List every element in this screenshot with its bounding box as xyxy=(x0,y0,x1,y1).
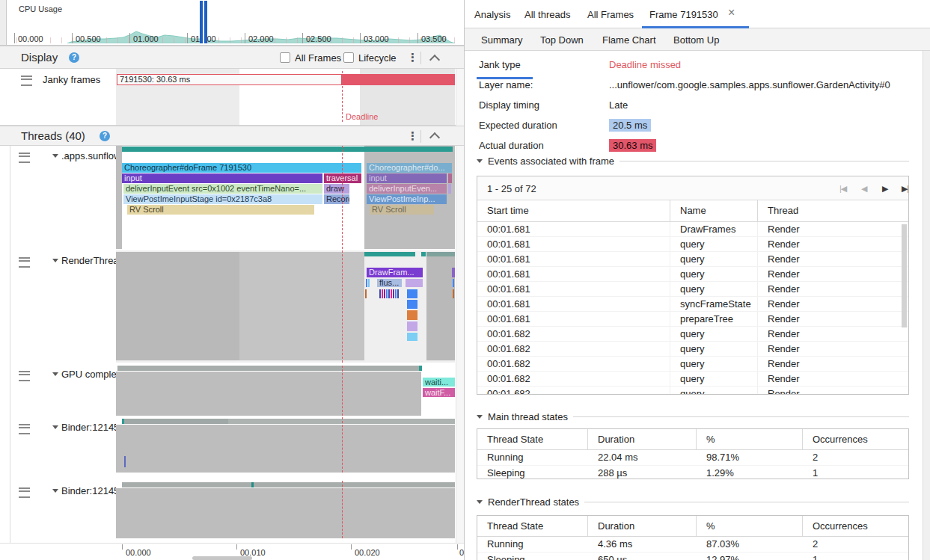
column-header-percent[interactable]: % xyxy=(697,429,803,449)
trace-event-bar[interactable]: draw xyxy=(324,184,349,194)
display-section-header[interactable]: Display ? All Frames Lifecycle ⋮ xyxy=(0,46,464,69)
horizontal-scrollbar[interactable] xyxy=(192,556,252,560)
lifecycle-checkbox-label[interactable]: Lifecycle xyxy=(358,52,397,64)
trace-event-bar[interactable] xyxy=(407,321,417,331)
trace-event-bar-dim[interactable]: ViewPostImeInp... xyxy=(367,194,447,204)
tab-all-frames[interactable]: All Frames xyxy=(587,9,634,20)
thread-expand-caret-icon[interactable] xyxy=(52,489,58,493)
trace-event-bar-dim[interactable]: input xyxy=(367,173,447,183)
table-row[interactable]: 00:01.682queryRender xyxy=(477,342,908,357)
trace-event-bar-dim[interactable]: deliverInputEven... xyxy=(367,184,447,194)
track-drag-handle-icon[interactable] xyxy=(19,257,30,268)
table-row[interactable]: 00:01.681syncFrameStateRender xyxy=(477,297,908,312)
column-header-thread[interactable]: Thread xyxy=(758,200,908,221)
trace-event-bar[interactable]: waiti... xyxy=(423,378,455,387)
table-row[interactable]: 00:01.681queryRender xyxy=(477,267,908,282)
column-header-thread-state[interactable]: Thread State xyxy=(477,429,588,449)
tab-bottom-up[interactable]: Bottom Up xyxy=(673,34,719,46)
last-page-icon[interactable]: ▶| xyxy=(902,184,908,194)
collapse-caret-icon[interactable] xyxy=(477,415,483,419)
thread-track-area[interactable]: DrawFram... flus... xyxy=(116,250,455,363)
tab-top-down[interactable]: Top Down xyxy=(540,34,584,46)
track-drag-handle-icon[interactable] xyxy=(19,487,30,498)
collapse-caret-icon[interactable] xyxy=(477,159,483,163)
table-row[interactable]: 00:01.682queryRender xyxy=(477,327,908,342)
vertical-scrollbar-track[interactable] xyxy=(456,146,464,543)
trace-event-bar[interactable]: traversal xyxy=(324,173,361,183)
renderthread-states-section-header[interactable]: RenderThread states xyxy=(477,496,909,508)
janky-frame-bar[interactable]: 7191530: 30.63 ms xyxy=(117,74,342,85)
track-drag-handle-icon[interactable] xyxy=(19,424,30,434)
events-section-header[interactable]: Events associated with frame xyxy=(477,156,909,167)
column-header-thread-state[interactable]: Thread State xyxy=(477,516,588,536)
first-page-icon[interactable]: |◀ xyxy=(839,184,846,194)
close-icon[interactable]: × xyxy=(728,6,735,19)
track-drag-handle-icon[interactable] xyxy=(19,371,30,381)
previous-page-icon[interactable]: ◀ xyxy=(861,184,866,194)
track-drag-handle-icon[interactable] xyxy=(19,153,30,163)
trace-event-bar[interactable] xyxy=(407,300,417,309)
events-table-scrollbar[interactable] xyxy=(902,224,907,327)
display-more-options-icon[interactable]: ⋮ xyxy=(407,52,418,63)
trace-event-bar[interactable] xyxy=(407,310,417,320)
thread-name[interactable]: RenderThread xyxy=(61,255,124,266)
table-row[interactable]: Running4.36 ms 87.03%2 xyxy=(477,537,908,553)
tab-frame-7191530[interactable]: Frame 7191530 xyxy=(649,9,718,20)
thread-expand-caret-icon[interactable] xyxy=(52,372,58,376)
minimap-selection-range[interactable] xyxy=(200,1,207,43)
table-row[interactable]: 00:01.681DrawFramesRender xyxy=(477,222,908,237)
trace-event-bar[interactable]: Choreographer#doFrame 7191530 xyxy=(122,163,361,173)
thread-track-area[interactable]: Choreographer#doFrame 7191530 Choreograp… xyxy=(116,146,455,249)
vertical-scrollbar-track[interactable] xyxy=(923,51,930,560)
all-frames-checkbox-label[interactable]: All Frames xyxy=(295,52,341,64)
lifecycle-checkbox[interactable] xyxy=(343,52,354,63)
trace-event-bar[interactable]: RV Scroll xyxy=(127,205,314,215)
table-row[interactable]: 00:01.681queryRender xyxy=(477,237,908,252)
column-header-start-time[interactable]: Start time xyxy=(477,200,670,221)
thread-expand-caret-icon[interactable] xyxy=(52,259,58,262)
column-header-occurrences[interactable]: Occurrences xyxy=(803,516,908,536)
tab-flame-chart[interactable]: Flame Chart xyxy=(602,34,656,46)
column-header-percent[interactable]: % xyxy=(697,516,803,536)
trace-event-bar[interactable] xyxy=(406,279,423,287)
next-page-icon[interactable]: ▶ xyxy=(882,184,887,194)
trace-event-bar[interactable]: DrawFram... xyxy=(367,268,423,277)
table-row[interactable]: 00:01.682queryRender xyxy=(477,372,908,387)
table-row[interactable]: 00:01.681queryRender xyxy=(477,252,908,267)
trace-event-bar[interactable]: Record ... xyxy=(324,194,349,204)
trace-event-bar[interactable]: input xyxy=(122,173,322,183)
thread-expand-caret-icon[interactable] xyxy=(52,425,58,429)
thread-track-area[interactable] xyxy=(116,481,455,541)
trace-event-bar[interactable] xyxy=(407,333,417,341)
vertical-scrollbar-track[interactable] xyxy=(456,69,464,126)
table-row[interactable]: 00:01.681prepareTreeRender xyxy=(477,312,908,327)
column-header-duration[interactable]: Duration xyxy=(588,429,697,449)
main-thread-states-section-header[interactable]: Main thread states xyxy=(477,411,909,422)
trace-event-bar-dim[interactable]: Choreographer#do... xyxy=(367,163,452,173)
column-header-name[interactable]: Name xyxy=(670,200,758,221)
janky-track-area[interactable]: Deadline 7191530: 30.63 ms xyxy=(116,69,455,125)
table-row[interactable]: 00:01.681queryRender xyxy=(477,282,908,297)
trace-event-bar[interactable]: deliverInputEvent src=0x1002 eventTimeNa… xyxy=(123,184,322,194)
thread-track-area[interactable] xyxy=(116,417,455,479)
table-row[interactable]: 00:01.682queryRender xyxy=(477,357,908,372)
table-row[interactable]: Sleeping288 µs 1.29%1 xyxy=(477,466,908,479)
threads-more-options-icon[interactable]: ⋮ xyxy=(407,131,418,141)
trace-event-bar[interactable]: waitF... xyxy=(423,388,455,397)
thread-expand-caret-icon[interactable] xyxy=(52,154,58,158)
tab-all-threads[interactable]: All threads xyxy=(524,9,570,20)
help-icon[interactable]: ? xyxy=(69,52,79,63)
all-frames-checkbox[interactable] xyxy=(280,52,290,63)
column-header-occurrences[interactable]: Occurrences xyxy=(803,429,908,449)
janky-frame-overrun-bar[interactable] xyxy=(342,74,455,85)
trace-event-bar[interactable]: ViewPostImeInputStage id=0x2187c3a8 xyxy=(123,194,322,204)
threads-collapse-icon[interactable] xyxy=(429,132,440,143)
column-header-duration[interactable]: Duration xyxy=(588,516,697,536)
display-collapse-icon[interactable] xyxy=(429,55,440,65)
threads-section-header[interactable]: Threads (40) ? ⋮ xyxy=(0,126,464,146)
trace-event-bar[interactable]: flus... xyxy=(377,279,402,287)
tab-summary[interactable]: Summary xyxy=(481,34,523,46)
table-row[interactable]: Running22.04 ms 98.71%2 xyxy=(477,450,908,466)
trace-event-bar-dim[interactable]: RV Scroll xyxy=(370,205,434,215)
track-drag-handle-icon[interactable] xyxy=(21,76,32,86)
